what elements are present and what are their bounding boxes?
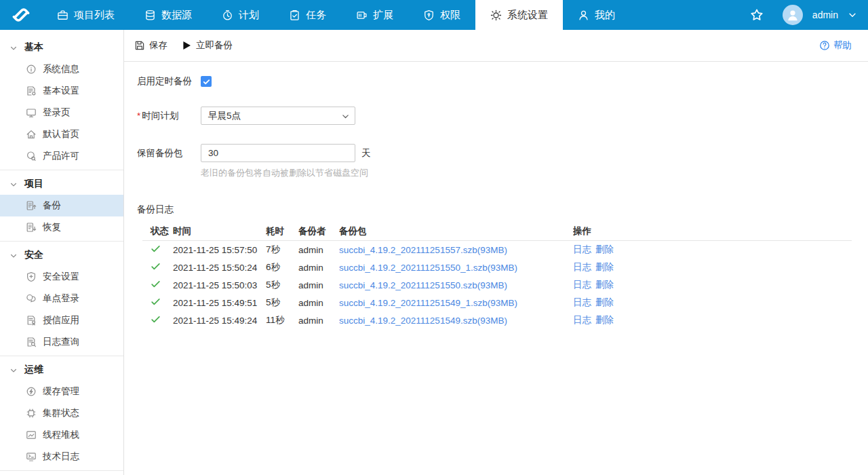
backup-log-table: 状态时间耗时备份者备份包操作 2021-11-25 15:57:507秒admi… (142, 225, 852, 329)
package-link[interactable]: succbi_4.19.2_202111251549_1.szb(93MB) (339, 298, 517, 308)
table-row: 2021-11-25 15:49:515秒adminsuccbi_4.19.2_… (142, 294, 852, 311)
col-header-1: 时间 (173, 225, 266, 238)
table-row: 2021-11-25 15:50:246秒adminsuccbi_4.19.2_… (142, 259, 852, 276)
clipboard-check-icon (289, 10, 300, 21)
schedule-select[interactable]: 早晨5点 (201, 107, 355, 125)
view-log-link[interactable]: 日志 (573, 280, 591, 290)
success-check-icon (151, 261, 161, 271)
view-log-link[interactable]: 日志 (573, 297, 591, 307)
package-link[interactable]: succbi_4.19.2_202111251557.szb(93MB) (339, 245, 507, 255)
nav-item-permissions[interactable]: 权限 (408, 0, 475, 30)
sidebar-item-label: 产品许可 (43, 150, 79, 162)
table-row: 2021-11-25 15:50:035秒adminsuccbi_4.19.2_… (142, 276, 852, 294)
col-header-2: 耗时 (266, 225, 298, 238)
enable-backup-label: 启用定时备份 (137, 75, 201, 88)
package-link[interactable]: succbi_4.19.2_202111251550.szb(93MB) (339, 280, 507, 290)
sidebar-item-log-query[interactable]: 日志查询 (0, 331, 123, 353)
sidebar-item-backup[interactable]: 备份 (0, 195, 123, 216)
retain-days-unit: 天 (361, 147, 371, 159)
nav-item-label: 计划 (239, 9, 259, 22)
schedule-label: *时间计划 (137, 110, 201, 122)
duration-cell: 5秒 (266, 297, 298, 309)
view-log-link[interactable]: 日志 (573, 315, 591, 325)
user-cell: admin (298, 316, 339, 326)
sidebar-item-default-home[interactable]: 默认首页 (0, 124, 123, 145)
shield-plus-icon (26, 271, 37, 282)
sidebar-section-more: 更多 (0, 470, 123, 475)
avatar[interactable] (783, 5, 803, 25)
nav-item-tasks[interactable]: 任务 (274, 0, 341, 30)
table-row: 2021-11-25 15:57:507秒adminsuccbi_4.19.2_… (142, 241, 852, 259)
sidebar-item-label: 基本设置 (43, 85, 79, 97)
package-cell: succbi_4.19.2_202111251549_1.szb(93MB) (339, 298, 573, 308)
nav-item-label: 我的 (595, 9, 615, 22)
nav-item-plans[interactable]: 计划 (207, 0, 274, 30)
sidebar-section-label: 安全 (24, 249, 43, 261)
chevron-down-icon[interactable] (848, 10, 857, 20)
sidebar-item-tech-log[interactable]: 技术日志 (0, 446, 123, 468)
database-icon (144, 10, 156, 21)
sidebar-section-label: 基本 (24, 41, 43, 54)
sidebar-section-header-basic[interactable]: 基本 (0, 37, 123, 58)
sidebar-section-header-ops[interactable]: 运维 (0, 359, 123, 381)
sidebar-item-trusted-apps[interactable]: 授信应用 (0, 309, 123, 331)
sidebar-item-basic-settings[interactable]: 基本设置 (0, 80, 123, 102)
chevron-down-icon (9, 366, 18, 374)
enable-backup-checkbox[interactable] (201, 76, 212, 87)
delete-link[interactable]: 删除 (595, 262, 614, 272)
info-circle-icon (26, 64, 37, 75)
sidebar-item-security-settings[interactable]: 安全设置 (0, 266, 123, 288)
monitor-log-icon (26, 451, 37, 462)
sidebar-item-label: 日志查询 (43, 336, 79, 348)
nav-item-label: 权限 (440, 9, 460, 22)
package-link[interactable]: succbi_4.19.2_202111251550_1.szb(93MB) (339, 263, 517, 273)
sidebar-item-thread-stack[interactable]: 线程堆栈 (0, 424, 123, 446)
help-link[interactable]: 帮助 (819, 39, 852, 52)
sidebar-item-sso[interactable]: 单点登录 (0, 288, 123, 309)
delete-link[interactable]: 删除 (595, 315, 614, 325)
view-log-link[interactable]: 日志 (573, 262, 591, 272)
sidebar-item-cache-management[interactable]: 缓存管理 (0, 381, 123, 402)
sidebar-item-restore[interactable]: 恢复 (0, 216, 123, 238)
star-icon[interactable] (750, 8, 764, 22)
sidebar-section-basic: 基本系统信息基本设置登录页默认首页产品许可 (0, 30, 123, 170)
delete-link[interactable]: 删除 (595, 297, 614, 307)
app-logo[interactable] (0, 0, 42, 30)
toolbar: 保存 立即备份 帮助 (124, 30, 868, 62)
nav-item-extensions[interactable]: 扩展 (341, 0, 408, 30)
package-link[interactable]: succbi_4.19.2_202111251549.szb(93MB) (339, 316, 507, 326)
view-log-link[interactable]: 日志 (573, 244, 591, 254)
col-header-4: 备份包 (339, 225, 573, 238)
backup-now-button[interactable]: 立即备份 (181, 39, 233, 52)
sidebar-section-header-security[interactable]: 安全 (0, 244, 123, 266)
sidebar-item-label: 备份 (43, 200, 61, 212)
nav-item-projects[interactable]: 项目列表 (42, 0, 130, 30)
sidebar-item-system-info[interactable]: 系统信息 (0, 58, 123, 80)
delete-link[interactable]: 删除 (595, 244, 614, 254)
duration-cell: 6秒 (266, 261, 298, 273)
nav-item-mine[interactable]: 我的 (563, 0, 630, 30)
backup-log-section: 备份日志 状态时间耗时备份者备份包操作 2021-11-25 15:57:507… (137, 204, 852, 329)
nav-item-label: 系统设置 (507, 9, 548, 22)
package-cell: succbi_4.19.2_202111251550.szb(93MB) (339, 280, 573, 290)
sidebar-section-header-project[interactable]: 项目 (0, 173, 123, 195)
ops-cell: 日志删除 (573, 279, 627, 291)
backup-log-table-header: 状态时间耗时备份者备份包操作 (142, 225, 852, 241)
retain-days-input[interactable] (201, 144, 355, 162)
sidebar-item-label: 授信应用 (43, 314, 79, 326)
sidebar-item-label: 安全设置 (43, 271, 79, 283)
sidebar-section-security: 安全安全设置单点登录授信应用日志查询 (0, 241, 123, 356)
nav-item-settings[interactable]: 系统设置 (475, 0, 563, 30)
sidebar-item-product-license[interactable]: 产品许可 (0, 145, 123, 167)
sidebar-item-cluster-status[interactable]: 集群状态 (0, 402, 123, 424)
sidebar-item-label: 单点登录 (43, 292, 79, 305)
delete-link[interactable]: 删除 (595, 280, 614, 290)
nav-item-datasources[interactable]: 数据源 (130, 0, 207, 30)
col-header-5: 操作 (573, 225, 627, 238)
save-button[interactable]: 保存 (134, 39, 167, 52)
sso-chat-icon (26, 293, 37, 304)
user-cell: admin (298, 280, 339, 290)
ops-cell: 日志删除 (573, 297, 627, 309)
sidebar-item-login-page[interactable]: 登录页 (0, 102, 123, 124)
retain-days-label: 保留备份包 (137, 147, 201, 159)
